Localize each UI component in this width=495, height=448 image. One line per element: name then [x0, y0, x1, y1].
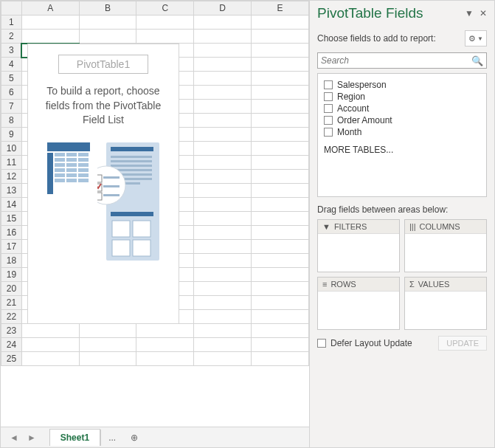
field-item[interactable]: Month	[324, 127, 480, 137]
cell[interactable]	[194, 15, 252, 30]
cell[interactable]	[136, 30, 194, 44]
col-header[interactable]: B	[79, 1, 136, 15]
col-header[interactable]: A	[21, 1, 79, 15]
cell[interactable]	[252, 128, 309, 142]
col-header[interactable]: D	[194, 1, 252, 15]
new-sheet-button[interactable]: ⊕	[123, 433, 145, 443]
row-header[interactable]: 8	[1, 114, 22, 128]
search-icon[interactable]: 🔍	[471, 55, 483, 66]
cell[interactable]	[252, 226, 309, 240]
row-header[interactable]: 23	[1, 324, 22, 338]
cell[interactable]	[252, 86, 309, 100]
values-zone[interactable]: ΣVALUES	[404, 277, 487, 330]
cell[interactable]	[21, 352, 79, 366]
row-header[interactable]: 4	[1, 58, 22, 72]
cell[interactable]	[194, 128, 252, 142]
cell[interactable]	[194, 226, 252, 240]
field-item[interactable]: Salesperson	[324, 80, 480, 90]
cell[interactable]	[194, 72, 252, 86]
row-header[interactable]: 7	[1, 100, 22, 114]
sheet-tab[interactable]: Sheet1	[49, 429, 100, 446]
cell[interactable]	[252, 254, 309, 268]
row-header[interactable]: 11	[1, 156, 22, 170]
sheet-tab-more[interactable]: ...	[100, 430, 123, 446]
cell[interactable]	[252, 184, 309, 198]
col-header[interactable]: E	[252, 1, 309, 15]
checkbox-icon[interactable]	[324, 92, 333, 101]
cell[interactable]	[252, 156, 309, 170]
cell[interactable]	[21, 30, 79, 44]
row-header[interactable]: 6	[1, 86, 22, 100]
row-header[interactable]: 24	[1, 338, 22, 352]
cell[interactable]	[252, 310, 309, 324]
cell[interactable]	[194, 352, 252, 366]
cell[interactable]	[79, 324, 136, 338]
checkbox-icon[interactable]	[324, 80, 333, 89]
pane-dropdown-icon[interactable]: ▼	[465, 8, 474, 18]
cell[interactable]	[194, 282, 252, 296]
row-header[interactable]: 14	[1, 198, 22, 212]
row-header[interactable]: 18	[1, 254, 22, 268]
cell[interactable]	[194, 58, 252, 72]
cell[interactable]	[194, 254, 252, 268]
field-item[interactable]: Account	[324, 103, 480, 114]
cell[interactable]	[194, 296, 252, 310]
row-header[interactable]: 22	[1, 310, 22, 324]
row-header[interactable]: 13	[1, 184, 22, 198]
cell[interactable]	[79, 30, 136, 44]
row-header[interactable]: 19	[1, 268, 22, 282]
search-input[interactable]	[321, 55, 471, 66]
row-header[interactable]: 10	[1, 142, 22, 156]
more-tables-link[interactable]: MORE TABLES...	[324, 145, 480, 155]
rows-zone[interactable]: ≡ROWS	[317, 277, 400, 330]
cell[interactable]	[252, 338, 309, 352]
cell[interactable]	[252, 58, 309, 72]
cell[interactable]	[194, 184, 252, 198]
cell[interactable]	[252, 240, 309, 254]
update-button[interactable]: UPDATE	[438, 336, 487, 351]
cell[interactable]	[252, 212, 309, 226]
cell[interactable]	[21, 15, 79, 30]
cell[interactable]	[194, 324, 252, 338]
cell[interactable]	[194, 156, 252, 170]
cell[interactable]	[194, 142, 252, 156]
cell[interactable]	[194, 212, 252, 226]
cell[interactable]	[194, 170, 252, 184]
pane-close-icon[interactable]: ✕	[480, 8, 487, 18]
cell[interactable]	[21, 338, 79, 352]
row-header[interactable]: 3	[1, 44, 22, 58]
row-header[interactable]: 16	[1, 226, 22, 240]
cell[interactable]	[194, 310, 252, 324]
cell[interactable]	[194, 338, 252, 352]
col-header[interactable]: C	[136, 1, 194, 15]
checkbox-icon[interactable]	[324, 104, 333, 113]
pivottable-placeholder[interactable]: PivotTable1 To build a report, choose fi…	[27, 44, 179, 324]
cell[interactable]	[136, 324, 194, 338]
checkbox-icon[interactable]	[324, 116, 333, 125]
row-header[interactable]: 12	[1, 170, 22, 184]
cell[interactable]	[252, 30, 309, 44]
row-header[interactable]: 9	[1, 128, 22, 142]
cell[interactable]	[252, 114, 309, 128]
cell[interactable]	[194, 240, 252, 254]
cell[interactable]	[252, 170, 309, 184]
row-header[interactable]: 1	[1, 15, 22, 30]
checkbox-icon[interactable]	[324, 128, 333, 137]
sheet-prev-icon[interactable]: ◄	[10, 433, 18, 443]
field-item[interactable]: Order Amount	[324, 115, 480, 125]
cell[interactable]	[194, 268, 252, 282]
sheet-next-icon[interactable]: ►	[27, 433, 36, 443]
cell[interactable]	[194, 30, 252, 44]
cell[interactable]	[136, 352, 194, 366]
cell[interactable]	[136, 15, 194, 30]
field-layout-button[interactable]: ⚙ ▼	[465, 30, 487, 46]
cell[interactable]	[252, 44, 309, 58]
field-item[interactable]: Region	[324, 92, 480, 102]
cell[interactable]	[252, 198, 309, 212]
row-header[interactable]: 17	[1, 240, 22, 254]
cell[interactable]	[252, 15, 309, 30]
cell[interactable]	[136, 338, 194, 352]
cell[interactable]	[252, 324, 309, 338]
row-header[interactable]: 21	[1, 296, 22, 310]
cell[interactable]	[194, 198, 252, 212]
